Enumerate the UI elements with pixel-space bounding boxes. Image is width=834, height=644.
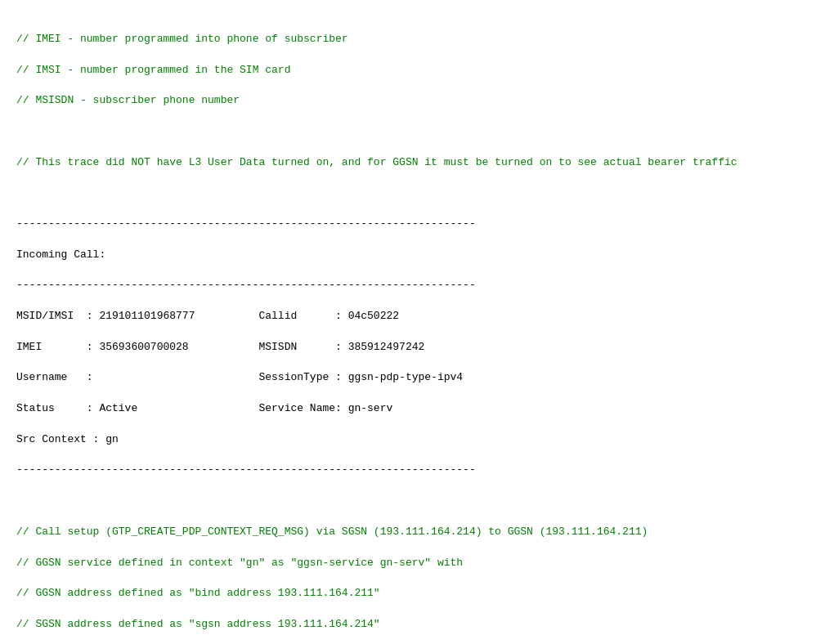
line-ggsn-service-comment: // GGSN service defined in context "gn" … <box>16 557 463 569</box>
separator-1: ----------------------------------------… <box>16 217 476 230</box>
separator-2: ----------------------------------------… <box>16 279 476 291</box>
line-ggsn-address-comment: // GGSN address defined as "bind address… <box>16 587 380 599</box>
line-sgsn-address-comment: // SGSN address defined as "sgsn address… <box>16 618 380 630</box>
line-imei-comment: // IMEI - number programmed into phone o… <box>16 33 348 45</box>
line-call-setup-comment: // Call setup (GTP_CREATE_PDP_CONTEXT_RE… <box>16 525 648 538</box>
line-trace-comment: // This trace did NOT have L3 User Data … <box>16 156 738 168</box>
line-username: Username : SessionType : ggsn-pdp-type-i… <box>16 371 463 383</box>
line-msisdn-comment: // MSISDN - subscriber phone number <box>16 94 240 106</box>
separator-3: ----------------------------------------… <box>16 463 476 476</box>
incoming-call-label: Incoming Call: <box>16 248 105 261</box>
code-display: // IMEI - number programmed into phone o… <box>16 16 818 644</box>
line-src-context: Src Context : gn <box>16 433 119 445</box>
line-status: Status : Active Service Name: gn-serv <box>16 402 392 414</box>
line-imsi-comment: // IMSI - number programmed in the SIM c… <box>16 64 290 76</box>
line-msid: MSID/IMSI : 219101101968777 Callid : 04c… <box>16 310 399 322</box>
line-imei: IMEI : 35693600700028 MSISDN : 385912497… <box>16 341 424 353</box>
